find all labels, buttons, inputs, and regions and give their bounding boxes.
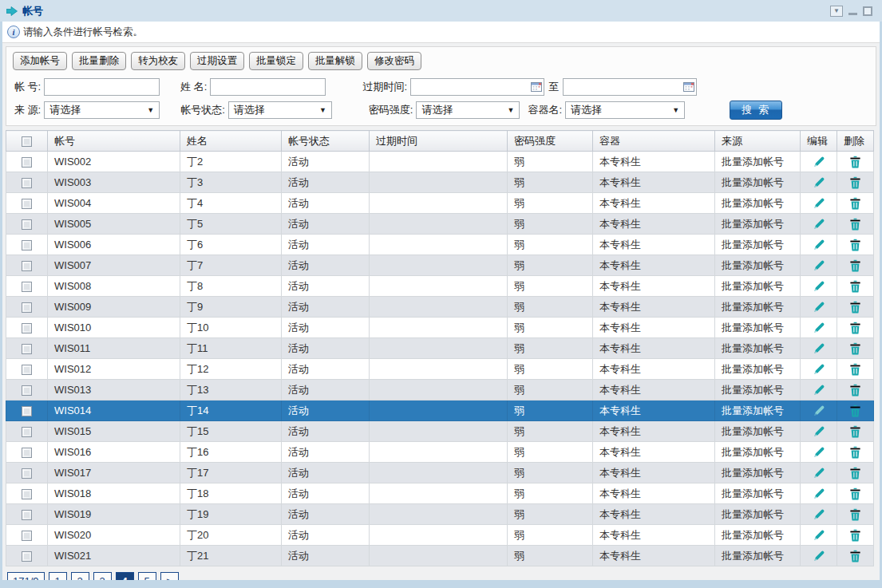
name-filter-input[interactable] bbox=[210, 78, 326, 96]
table-row[interactable]: WIS018 丁18 活动 弱 本专科生 批量添加帐号 bbox=[6, 483, 874, 504]
page-button-5[interactable]: 5 bbox=[138, 572, 156, 580]
next-page-button[interactable]: > bbox=[160, 572, 179, 580]
strength-select[interactable]: 请选择 ▼ bbox=[416, 101, 520, 119]
table-row[interactable]: WIS003 丁3 活动 弱 本专科生 批量添加帐号 bbox=[6, 172, 874, 193]
maximize-icon[interactable] bbox=[863, 6, 872, 16]
table-row[interactable]: WIS007 丁7 活动 弱 本专科生 批量添加帐号 bbox=[6, 255, 874, 276]
delete-icon[interactable] bbox=[849, 363, 861, 376]
page-button-2[interactable]: 2 bbox=[71, 572, 89, 580]
table-row[interactable]: WIS005 丁5 活动 弱 本专科生 批量添加帐号 bbox=[6, 214, 874, 235]
account-filter-input[interactable] bbox=[44, 78, 160, 96]
row-checkbox[interactable] bbox=[22, 448, 32, 458]
row-checkbox[interactable] bbox=[22, 219, 32, 230]
row-checkbox[interactable] bbox=[22, 531, 32, 541]
edit-icon[interactable] bbox=[813, 239, 825, 251]
delete-icon[interactable] bbox=[849, 550, 861, 562]
delete-icon[interactable] bbox=[849, 425, 861, 438]
delete-icon[interactable] bbox=[849, 467, 861, 479]
edit-icon[interactable] bbox=[813, 156, 825, 168]
delete-icon[interactable] bbox=[849, 446, 861, 459]
delete-icon[interactable] bbox=[849, 156, 861, 168]
table-row[interactable]: WIS002 丁2 活动 弱 本专科生 批量添加帐号 bbox=[6, 152, 874, 172]
edit-icon[interactable] bbox=[813, 508, 825, 521]
delete-icon[interactable] bbox=[849, 384, 861, 397]
row-checkbox[interactable] bbox=[22, 323, 32, 333]
delete-icon[interactable] bbox=[849, 259, 861, 272]
add-account-button[interactable]: 添加帐号 bbox=[13, 52, 67, 70]
delete-icon[interactable] bbox=[849, 301, 861, 314]
calendar-icon[interactable] bbox=[683, 81, 694, 92]
row-checkbox[interactable] bbox=[22, 365, 32, 375]
delete-icon[interactable] bbox=[849, 280, 861, 293]
table-row[interactable]: WIS020 丁20 活动 弱 本专科生 批量添加帐号 bbox=[6, 525, 874, 546]
row-checkbox[interactable] bbox=[22, 199, 32, 209]
edit-icon[interactable] bbox=[813, 446, 825, 459]
row-checkbox[interactable] bbox=[22, 157, 32, 168]
edit-icon[interactable] bbox=[813, 259, 825, 272]
expire-from-input[interactable] bbox=[410, 78, 544, 96]
table-row[interactable]: WIS014 丁14 活动 弱 本专科生 批量添加帐号 bbox=[6, 401, 874, 421]
row-checkbox[interactable] bbox=[22, 406, 32, 416]
row-checkbox[interactable] bbox=[22, 261, 32, 271]
page-button-4[interactable]: 4 bbox=[116, 572, 134, 580]
row-checkbox[interactable] bbox=[22, 468, 32, 479]
delete-icon[interactable] bbox=[849, 176, 861, 189]
edit-icon[interactable] bbox=[813, 280, 825, 293]
table-row[interactable]: WIS004 丁4 活动 弱 本专科生 批量添加帐号 bbox=[6, 193, 874, 214]
table-row[interactable]: WIS013 丁13 活动 弱 本专科生 批量添加帐号 bbox=[6, 380, 874, 401]
table-row[interactable]: WIS008 丁8 活动 弱 本专科生 批量添加帐号 bbox=[6, 276, 874, 297]
delete-icon[interactable] bbox=[849, 218, 861, 231]
delete-icon[interactable] bbox=[849, 239, 861, 251]
row-checkbox[interactable] bbox=[22, 178, 32, 188]
select-all-checkbox[interactable] bbox=[22, 136, 32, 147]
delete-icon[interactable] bbox=[849, 404, 861, 417]
batch-unlock-button[interactable]: 批量解锁 bbox=[308, 52, 362, 70]
expire-settings-button[interactable]: 过期设置 bbox=[190, 52, 244, 70]
edit-icon[interactable] bbox=[813, 404, 825, 417]
row-checkbox[interactable] bbox=[22, 302, 32, 313]
edit-icon[interactable] bbox=[813, 363, 825, 376]
row-checkbox[interactable] bbox=[22, 282, 32, 292]
edit-icon[interactable] bbox=[813, 197, 825, 210]
table-row[interactable]: WIS019 丁19 活动 弱 本专科生 批量添加帐号 bbox=[6, 504, 874, 525]
convert-alumni-button[interactable]: 转为校友 bbox=[131, 52, 185, 70]
delete-icon[interactable] bbox=[849, 529, 861, 542]
delete-icon[interactable] bbox=[849, 487, 861, 500]
row-checkbox[interactable] bbox=[22, 240, 32, 251]
row-checkbox[interactable] bbox=[22, 510, 32, 520]
edit-icon[interactable] bbox=[813, 425, 825, 438]
edit-icon[interactable] bbox=[813, 384, 825, 397]
table-row[interactable]: WIS010 丁10 活动 弱 本专科生 批量添加帐号 bbox=[6, 318, 874, 338]
change-password-button[interactable]: 修改密码 bbox=[367, 52, 421, 70]
batch-delete-button[interactable]: 批量删除 bbox=[72, 52, 126, 70]
delete-icon[interactable] bbox=[849, 322, 861, 334]
table-row[interactable]: WIS006 丁6 活动 弱 本专科生 批量添加帐号 bbox=[6, 235, 874, 255]
edit-icon[interactable] bbox=[813, 301, 825, 314]
edit-icon[interactable] bbox=[813, 467, 825, 479]
edit-icon[interactable] bbox=[813, 218, 825, 231]
table-row[interactable]: WIS012 丁12 活动 弱 本专科生 批量添加帐号 bbox=[6, 359, 874, 380]
row-checkbox[interactable] bbox=[22, 427, 32, 437]
calendar-icon[interactable] bbox=[531, 81, 542, 92]
table-row[interactable]: WIS011 丁11 活动 弱 本专科生 批量添加帐号 bbox=[6, 338, 874, 359]
edit-icon[interactable] bbox=[813, 342, 825, 355]
source-select[interactable]: 请选择 ▼ bbox=[44, 101, 160, 119]
expire-to-input[interactable] bbox=[563, 78, 697, 96]
edit-icon[interactable] bbox=[813, 487, 825, 500]
table-row[interactable]: WIS016 丁16 活动 弱 本专科生 批量添加帐号 bbox=[6, 442, 874, 463]
row-checkbox[interactable] bbox=[22, 344, 32, 354]
delete-icon[interactable] bbox=[849, 508, 861, 521]
table-row[interactable]: WIS009 丁9 活动 弱 本专科生 批量添加帐号 bbox=[6, 297, 874, 318]
row-checkbox[interactable] bbox=[22, 385, 32, 396]
page-button-1[interactable]: 1 bbox=[49, 572, 67, 580]
delete-icon[interactable] bbox=[849, 197, 861, 210]
window-collapse-icon[interactable]: ▼ bbox=[830, 6, 843, 17]
table-row[interactable]: WIS017 丁17 活动 弱 本专科生 批量添加帐号 bbox=[6, 463, 874, 483]
table-row[interactable]: WIS015 丁15 活动 弱 本专科生 批量添加帐号 bbox=[6, 421, 874, 442]
minimize-icon[interactable] bbox=[848, 13, 857, 15]
batch-lock-button[interactable]: 批量锁定 bbox=[249, 52, 303, 70]
delete-icon[interactable] bbox=[849, 342, 861, 355]
row-checkbox[interactable] bbox=[22, 489, 32, 499]
edit-icon[interactable] bbox=[813, 322, 825, 334]
row-checkbox[interactable] bbox=[22, 551, 32, 562]
